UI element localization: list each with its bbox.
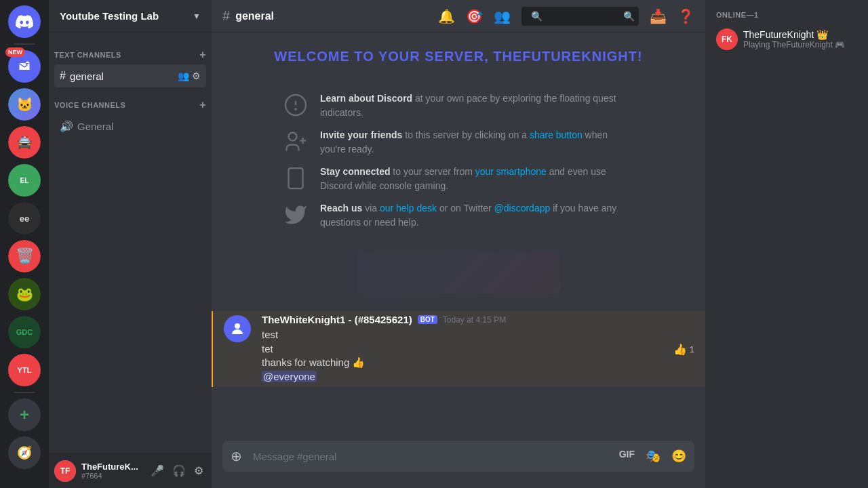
server-icon-5[interactable]: 🗑️ — [8, 240, 41, 272]
search-icon[interactable]: 🔍 — [623, 11, 635, 22]
add-voice-channel-icon[interactable]: + — [199, 99, 206, 111]
message-header: TheWhiteKnight1 - (#85425621) BOT Today … — [262, 314, 694, 325]
message-input[interactable] — [250, 443, 611, 470]
server-icon-3[interactable]: 🚔 — [8, 126, 41, 159]
add-channel-icon[interactable]: + — [199, 49, 206, 61]
welcome-items: Learn about Discord at your own pace by … — [255, 81, 662, 241]
svg-point-2 — [295, 108, 296, 110]
welcome-item-invite-text: Invite your friends to this server by cl… — [320, 128, 635, 157]
server-icon-4[interactable]: ee — [8, 202, 41, 235]
user-controls: 🎤 🎧 ⚙ — [148, 462, 206, 480]
bot-badge: BOT — [418, 315, 437, 324]
speaker-icon: 🔊 — [60, 120, 73, 133]
input-actions: GIF 🎭 😊 — [616, 446, 689, 466]
add-attachment-icon[interactable]: ⊕ — [228, 441, 245, 472]
message-input-area: ⊕ GIF 🎭 😊 — [212, 441, 705, 488]
message-input-container: ⊕ GIF 🎭 😊 — [222, 441, 694, 472]
username: TheFutureK... — [81, 462, 142, 472]
message-author: TheWhiteKnight1 - (#85425621) — [262, 314, 412, 325]
mention-everyone: @everyone — [262, 371, 317, 382]
message-content: TheWhiteKnight1 - (#85425621) BOT Today … — [262, 314, 694, 384]
new-badge: NEW — [5, 47, 25, 57]
reaction-count: 1 — [690, 344, 694, 354]
text-channels-category[interactable]: TEXT CHANNELS + — [49, 38, 212, 64]
learn-icon — [282, 92, 309, 119]
channel-actions: 👥 ⚙ — [178, 70, 201, 81]
server-sidebar: NEW 🐱 🚔 EL ee 🗑️ 🐸 GDC YTL + 🧭 — [0, 0, 49, 488]
main-content: # general 🔔 🎯 👥 🔍 📥 ❓ WELCOME TO YOUR SE… — [212, 0, 705, 488]
server-divider — [14, 43, 35, 45]
add-server-button[interactable]: + — [8, 399, 41, 431]
message-group: TheWhiteKnight1 - (#85425621) BOT Today … — [212, 311, 705, 387]
channel-item-general[interactable]: # general 👥 ⚙ — [54, 64, 206, 87]
member-info: TheFutureKnight 👑 Playing TheFutureKnigh… — [743, 29, 857, 49]
server-icon-1[interactable]: NEW — [8, 50, 41, 83]
welcome-item-mobile-text: Stay connected to your server from your … — [320, 165, 635, 193]
welcome-item-learn: Learn about Discord at your own pace by … — [282, 92, 635, 120]
invite-icon — [282, 128, 309, 155]
crown-icon: 👑 — [816, 29, 828, 40]
welcome-item-learn-text: Learn about Discord at your own pace by … — [320, 92, 635, 120]
message-avatar — [224, 315, 251, 342]
user-info: TheFutureK... #7664 — [81, 462, 142, 480]
server-icon-ytl[interactable]: YTL — [8, 354, 41, 386]
add-member-icon[interactable]: 👥 — [178, 70, 189, 81]
user-settings-icon[interactable]: ⚙ — [191, 462, 206, 480]
hash-icon: # — [60, 70, 66, 82]
header-actions: 🔔 🎯 👥 🔍 📥 ❓ — [438, 7, 694, 26]
boost-icon[interactable]: 🎯 — [466, 8, 483, 24]
voice-channels-label: VOICE CHANNELS — [54, 101, 125, 109]
welcome-item-reach-text: Reach us via our help desk or on Twitter… — [320, 201, 635, 230]
member-avatar: FK — [716, 28, 738, 50]
svg-rect-6 — [289, 168, 303, 188]
channel-hash-icon: # — [222, 8, 230, 24]
message-mention-line: @everyone — [262, 370, 694, 384]
user-discriminator: #7664 — [81, 472, 142, 480]
message-line-2: tet — [262, 342, 694, 357]
voice-channels-category[interactable]: VOICE CHANNELS + — [49, 88, 212, 114]
svg-point-8 — [235, 323, 240, 329]
channel-sidebar: Youtube Testing Lab ▼ TEXT CHANNELS + # … — [49, 0, 212, 488]
server-icon-6[interactable]: 🐸 — [8, 278, 41, 310]
settings-icon[interactable]: ⚙ — [192, 70, 201, 81]
gif-icon[interactable]: GIF — [616, 446, 637, 466]
channel-item-voice-general[interactable]: 🔊 General — [54, 115, 206, 138]
avatar: TF — [54, 460, 76, 482]
header-channel-name: general — [235, 10, 274, 22]
server-icon-el[interactable]: EL — [8, 164, 41, 197]
emoji-icon[interactable]: 😊 — [669, 446, 689, 466]
mute-icon[interactable]: 🎤 — [148, 462, 167, 480]
server-icon-gdc[interactable]: GDC — [8, 316, 41, 348]
faded-image — [212, 246, 705, 300]
notifications-icon[interactable]: 🔔 — [438, 8, 455, 24]
explore-servers-button[interactable]: 🧭 — [8, 436, 41, 469]
welcome-banner: WELCOME TO YOUR SERVER, THEFUTUREKNIGHT! — [212, 43, 705, 81]
search-container[interactable]: 🔍 — [521, 7, 639, 26]
inbox-icon[interactable]: 📥 — [650, 8, 667, 24]
help-icon[interactable]: ❓ — [677, 8, 694, 24]
messages-area[interactable]: WELCOME TO YOUR SERVER, THEFUTUREKNIGHT!… — [212, 33, 705, 441]
server-header[interactable]: Youtube Testing Lab ▼ — [49, 0, 212, 33]
member-name: TheFutureKnight — [743, 29, 814, 40]
mobile-icon — [282, 165, 309, 192]
discord-home-button[interactable] — [8, 5, 41, 38]
chevron-down-icon: ▼ — [193, 12, 201, 21]
twitter-icon — [282, 201, 309, 228]
server-icon-2[interactable]: 🐱 — [8, 88, 41, 121]
welcome-title: WELCOME TO YOUR SERVER, THEFUTUREKNIGHT! — [222, 49, 694, 64]
right-sidebar: ONLINE—1 FK TheFutureKnight 👑 Playing Th… — [705, 0, 868, 488]
svg-point-3 — [289, 133, 297, 141]
emoji-sticker-icon[interactable]: 🎭 — [643, 446, 663, 466]
welcome-item-reach: Reach us via our help desk or on Twitter… — [282, 201, 635, 230]
server-name: Youtube Testing Lab — [60, 10, 159, 22]
member-item-futureknight[interactable]: FK TheFutureKnight 👑 Playing TheFutureKn… — [711, 24, 863, 54]
deafen-icon[interactable]: 🎧 — [170, 462, 189, 480]
channel-name-general: general — [70, 70, 174, 82]
server-divider-2 — [14, 392, 35, 393]
welcome-item-invite: Invite your friends to this server by cl… — [282, 128, 635, 157]
message-line-1: test — [262, 328, 694, 342]
channel-name-voice-general: General — [77, 121, 201, 132]
search-input[interactable] — [526, 8, 623, 24]
members-icon[interactable]: 👥 — [494, 8, 511, 24]
online-header: ONLINE—1 — [711, 11, 863, 19]
